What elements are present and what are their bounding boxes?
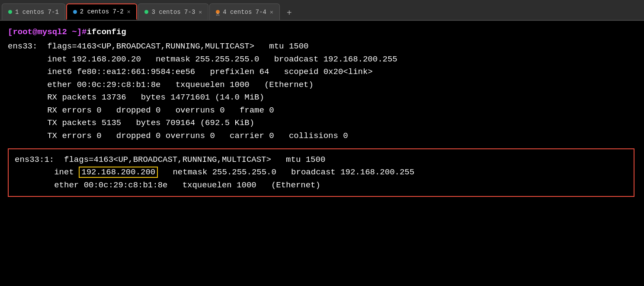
tab-bar: 1 centos 7-1 2 centos 7-2 ✕ 3 centos 7-3…	[0, 0, 644, 21]
prompt-at: @	[32, 27, 37, 37]
output-line-7: TX packets 5135 bytes 709164 (692.5 KiB)	[8, 117, 636, 129]
output-line-2: inet 192.168.200.20 netmask 255.255.255.…	[8, 53, 636, 66]
tab-4-dot: ⚠	[216, 10, 220, 14]
terminal: [root@mysql2 ~]#ifconfig ens33: flags=41…	[0, 21, 644, 286]
tab-2-close[interactable]: ✕	[127, 8, 131, 15]
tab-2-label: 2 centos 7-2	[80, 8, 124, 15]
section2-line-3: ether 00:0c:29:c8:b1:8e txqueuelen 1000 …	[15, 179, 628, 192]
output-line-6: RX errors 0 dropped 0 overruns 0 frame 0	[8, 104, 636, 117]
output-line-4: ether 00:0c:29:c8:b1:8e txqueuelen 1000 …	[8, 79, 636, 91]
section2-line-1: ens33:1: flags=4163<UP,BROADCAST,RUNNING…	[15, 154, 628, 166]
tab-3-dot	[144, 10, 148, 14]
tab-3[interactable]: 3 centos 7-3 ✕	[138, 3, 208, 20]
prompt-line: [root@mysql2 ~]#ifconfig	[8, 26, 636, 39]
prompt-user: root	[13, 27, 32, 37]
tab-4-close[interactable]: ✕	[270, 9, 273, 16]
command-text: ifconfig	[87, 27, 126, 37]
output-line-5: RX packets 13736 bytes 14771601 (14.0 Mi…	[8, 91, 636, 104]
tab-4[interactable]: ⚠ 4 centos 7-4 ✕	[209, 3, 280, 20]
tab-2[interactable]: 2 centos 7-2 ✕	[66, 3, 138, 20]
tab-1[interactable]: 1 centos 7-1	[2, 3, 65, 20]
tab-1-label: 1 centos 7-1	[15, 9, 59, 16]
new-tab-icon: +	[287, 8, 292, 18]
prompt-host: mysql2	[37, 27, 67, 37]
tab-3-close[interactable]: ✕	[199, 9, 202, 16]
output-line-8: TX errors 0 dropped 0 overruns 0 carrier…	[8, 130, 636, 142]
output-line-1: ens33: flags=4163<UP,BROADCAST,RUNNING,M…	[8, 40, 636, 53]
prompt-hash: #	[82, 27, 87, 37]
ip-highlight: 192.168.200.200	[79, 167, 158, 178]
prompt-path: ~	[72, 27, 77, 37]
section2-highlight: ens33:1: flags=4163<UP,BROADCAST,RUNNING…	[8, 148, 634, 197]
tab-1-dot	[8, 10, 12, 14]
section2-line-2: inet 192.168.200.200 netmask 255.255.255…	[15, 166, 628, 179]
tab-2-dot	[73, 10, 77, 14]
output-block-1: ens33: flags=4163<UP,BROADCAST,RUNNING,M…	[8, 40, 636, 142]
prompt-text: [	[8, 27, 13, 37]
prompt-bracket-close: ]	[77, 27, 82, 37]
new-tab-button[interactable]: +	[282, 6, 296, 20]
tab-4-label: 4 centos 7-4	[223, 9, 266, 16]
output-line-3: inet6 fe80::ea12:661:9584:ee56 prefixlen…	[8, 66, 636, 78]
tab-3-label: 3 centos 7-3	[151, 9, 195, 16]
